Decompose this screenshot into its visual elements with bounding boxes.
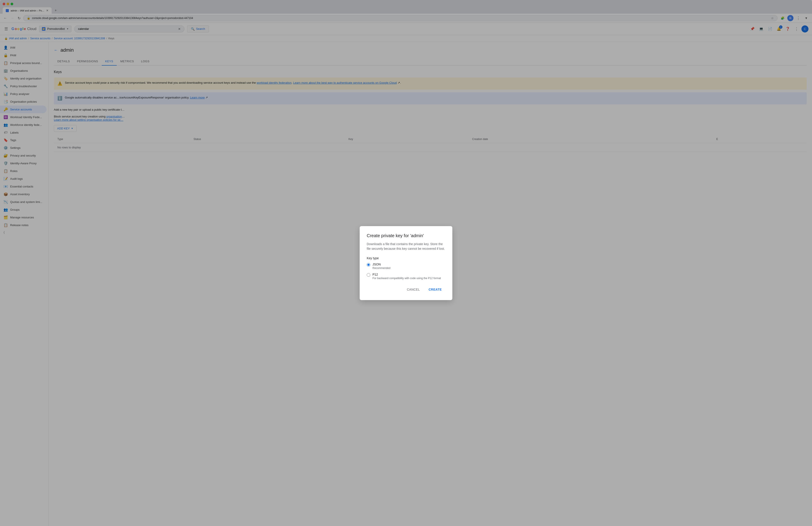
create-key-dialog: Create private key for 'admin' Downloads… <box>360 226 452 300</box>
p12-radio[interactable] <box>367 273 370 277</box>
key-type-label: Key type <box>367 256 445 260</box>
dialog-description: Downloads a file that contains the priva… <box>367 242 445 251</box>
cancel-button[interactable]: CANCEL <box>403 286 423 293</box>
dialog-actions: CANCEL CREATE <box>367 286 445 293</box>
p12-option[interactable]: P12 For backward compatibility with code… <box>367 273 445 280</box>
json-radio-label: JSON <box>373 262 390 266</box>
dialog-overlay: Create private key for 'admin' Downloads… <box>0 0 812 526</box>
json-radio-sublabel: Recommended <box>373 267 390 270</box>
p12-radio-sublabel: For backward compatibility with code usi… <box>373 277 441 280</box>
create-button[interactable]: CREATE <box>425 286 445 293</box>
p12-radio-label: P12 <box>373 273 441 276</box>
json-radio[interactable] <box>367 263 370 267</box>
json-option[interactable]: JSON Recommended <box>367 262 445 270</box>
dialog-title: Create private key for 'admin' <box>367 233 445 238</box>
